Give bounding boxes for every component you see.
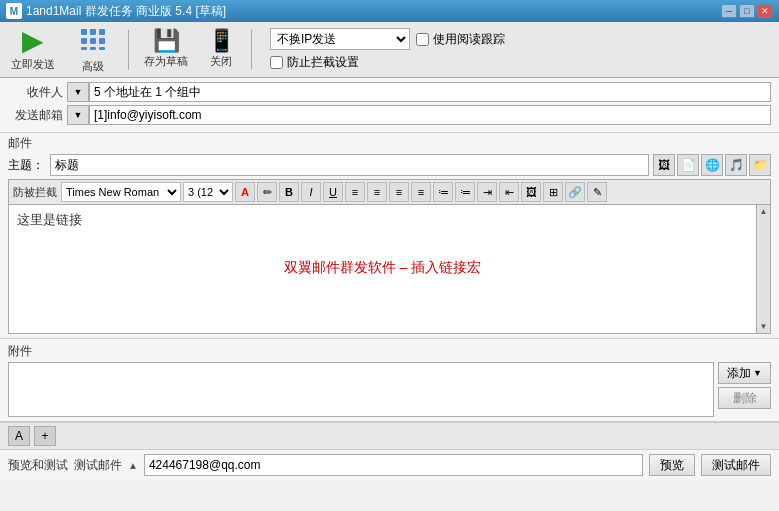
font-size-select[interactable]: 3 (12 — [183, 182, 233, 202]
test-email-arrow-icon: ▲ — [128, 460, 138, 471]
subject-icon-music[interactable]: 🎵 — [725, 154, 747, 176]
title-bar: M 1and1Mail 群发任务 商业版 5.4 [草稿] ─ □ ✕ — [0, 0, 779, 22]
svg-rect-8 — [99, 47, 105, 50]
subject-icons: 🖼 📄 🌐 🎵 📁 — [653, 154, 771, 176]
close-button[interactable]: ✕ — [757, 4, 773, 18]
track-checkbox[interactable] — [416, 33, 429, 46]
send-now-label: 立即发送 — [11, 57, 55, 72]
close-draft-icon: 📱 — [208, 30, 235, 52]
save-draft-button[interactable]: 💾 存为草稿 — [139, 27, 193, 72]
editor-body-inner: 这里是链接 双翼邮件群发软件 – 插入链接宏 — [17, 211, 748, 277]
italic-button[interactable]: I — [301, 182, 321, 202]
svg-rect-1 — [90, 29, 96, 35]
subject-input[interactable] — [50, 154, 649, 176]
window-title: 1and1Mail 群发任务 商业版 5.4 [草稿] — [26, 3, 226, 20]
svg-rect-6 — [81, 47, 87, 50]
title-bar-left: M 1and1Mail 群发任务 商业版 5.4 [草稿] — [6, 3, 226, 20]
align-center-button[interactable]: ≡ — [367, 182, 387, 202]
insert-table-button[interactable]: ⊞ — [543, 182, 563, 202]
advanced-icon — [79, 25, 107, 57]
insert-link-button[interactable]: 🔗 — [565, 182, 585, 202]
antispam-label: 防被拦截 — [13, 185, 57, 200]
recipient-row: 收件人 ▼ — [8, 82, 771, 102]
advanced-button[interactable]: 高级 — [68, 22, 118, 77]
preview-section-label: 预览和测试 — [8, 457, 68, 474]
svg-rect-2 — [99, 29, 105, 35]
test-email-label: 测试邮件 — [74, 457, 122, 474]
underline-button[interactable]: U — [323, 182, 343, 202]
subject-icon-folder[interactable]: 📁 — [749, 154, 771, 176]
editor-toolbar: 防被拦截 Times New Roman 3 (12 A ✏ B I U ≡ ≡… — [8, 179, 771, 204]
svg-rect-3 — [81, 38, 87, 44]
subject-icon-image[interactable]: 🖼 — [653, 154, 675, 176]
send-mode-row: 不换IP发送 换IP发送 轮换发送 使用阅读跟踪 — [270, 28, 505, 50]
plus-button-label: + — [41, 429, 48, 443]
send-mode-select[interactable]: 不换IP发送 换IP发送 轮换发送 — [270, 28, 410, 50]
edit-source-button[interactable]: ✎ — [587, 182, 607, 202]
send-now-icon: ▶ — [22, 27, 44, 55]
send-now-button[interactable]: ▶ 立即发送 — [6, 24, 60, 75]
title-controls: ─ □ ✕ — [721, 4, 773, 18]
form-area: 收件人 ▼ 发送邮箱 ▼ — [0, 78, 779, 133]
sender-row: 发送邮箱 ▼ — [8, 105, 771, 125]
insert-image-button[interactable]: 🖼 — [521, 182, 541, 202]
editor-center-text: 双翼邮件群发软件 – 插入链接宏 — [17, 259, 748, 277]
recipient-label: 收件人 — [8, 84, 63, 101]
add-dropdown-arrow: ▼ — [753, 368, 762, 378]
outdent-button[interactable]: ⇤ — [499, 182, 519, 202]
main-toolbar: ▶ 立即发送 高级 💾 存为草稿 📱 关闭 — [0, 22, 779, 78]
toolbar-separator-1 — [128, 30, 129, 70]
block-checkbox[interactable] — [270, 56, 283, 69]
bottom-area: A + — [0, 422, 779, 449]
delete-attachment-label: 删除 — [733, 390, 757, 407]
attachment-buttons: 添加 ▼ 删除 — [718, 362, 771, 417]
app-icon: M — [6, 3, 22, 19]
editor-link-text: 这里是链接 — [17, 211, 748, 229]
recipient-input[interactable] — [89, 82, 771, 102]
font-name-select[interactable]: Times New Roman — [61, 182, 181, 202]
preview-button[interactable]: 预览 — [649, 454, 695, 476]
svg-rect-0 — [81, 29, 87, 35]
align-left-button[interactable]: ≡ — [345, 182, 365, 202]
align-right-button[interactable]: ≡ — [389, 182, 409, 202]
toolbar-right: 不换IP发送 换IP发送 轮换发送 使用阅读跟踪 防止拦截设置 — [270, 28, 505, 71]
minimize-button[interactable]: ─ — [721, 4, 737, 18]
save-draft-icon: 💾 — [153, 30, 180, 52]
list-ordered-button[interactable]: ≔ — [455, 182, 475, 202]
scrollbar[interactable]: ▲ ▼ — [756, 205, 770, 333]
toolbar-separator-2 — [251, 30, 252, 70]
svg-rect-7 — [90, 47, 96, 50]
subject-label: 主题： — [8, 157, 44, 174]
plus-button[interactable]: + — [34, 426, 56, 446]
bold-button[interactable]: B — [279, 182, 299, 202]
test-email-input[interactable] — [144, 454, 643, 476]
editor-body[interactable]: 这里是链接 双翼邮件群发软件 – 插入链接宏 ▲ ▼ — [8, 204, 771, 334]
block-checkbox-row: 防止拦截设置 — [270, 54, 505, 71]
sender-input[interactable] — [89, 105, 771, 125]
font-color-button[interactable]: A — [235, 182, 255, 202]
block-label: 防止拦截设置 — [287, 54, 359, 71]
test-email-button[interactable]: 测试邮件 — [701, 454, 771, 476]
add-attachment-label: 添加 — [727, 365, 751, 382]
delete-attachment-button[interactable]: 删除 — [718, 387, 771, 409]
maximize-button[interactable]: □ — [739, 4, 755, 18]
subject-icon-web[interactable]: 🌐 — [701, 154, 723, 176]
attachment-label: 附件 — [8, 343, 771, 360]
save-draft-label: 存为草稿 — [144, 54, 188, 69]
attachment-content: 添加 ▼ 删除 — [8, 362, 771, 417]
subject-icon-doc[interactable]: 📄 — [677, 154, 699, 176]
indent-button[interactable]: ⇥ — [477, 182, 497, 202]
attachment-list — [8, 362, 714, 417]
close-draft-label: 关闭 — [210, 54, 232, 69]
sender-dropdown[interactable]: ▼ — [67, 105, 89, 125]
highlight-button[interactable]: ✏ — [257, 182, 277, 202]
list-unordered-button[interactable]: ≔ — [433, 182, 453, 202]
align-justify-button[interactable]: ≡ — [411, 182, 431, 202]
mail-section-label: 邮件 — [8, 135, 771, 152]
close-draft-button[interactable]: 📱 关闭 — [201, 27, 241, 72]
mail-section: 邮件 主题： 🖼 📄 🌐 🎵 📁 防被拦截 Times New Roman 3 … — [0, 133, 779, 339]
a-button[interactable]: A — [8, 426, 30, 446]
add-attachment-button[interactable]: 添加 ▼ — [718, 362, 771, 384]
sender-label: 发送邮箱 — [8, 107, 63, 124]
recipient-dropdown[interactable]: ▼ — [67, 82, 89, 102]
